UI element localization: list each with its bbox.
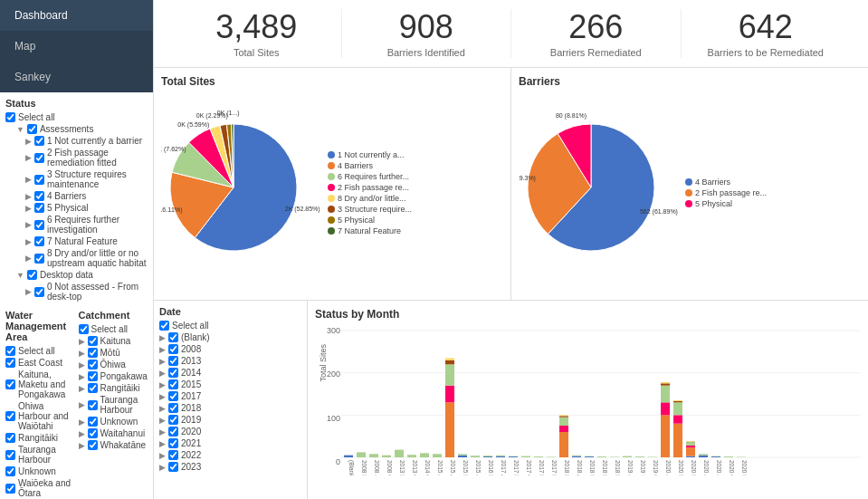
sidebar-item-sankey[interactable]: Sankey [0,62,153,92]
s2-checkbox[interactable] [34,153,44,163]
s8-expand[interactable]: ▶ [25,254,32,263]
status-5[interactable]: ▶ 5 Physical [5,202,148,214]
s6-expand[interactable]: ▶ [25,220,32,229]
legend-4: 4 Barriers [328,161,412,170]
water-waioeka[interactable]: Waiōeka and Ōtara [5,477,75,499]
water-catchment-grid: Water Management Area Select all East Co… [5,310,148,499]
svg-text:266 (29.3%): 266 (29.3%) [519,175,536,182]
legend-5: 5 Physical [328,216,412,225]
status-2[interactable]: ▶ 2 Fish passage remediation fitted [5,147,148,168]
stat-total-sites-label: Total Sites [181,47,332,58]
s3-expand[interactable]: ▶ [25,175,32,184]
water-ohiwa[interactable]: Ohiwa Harbour and Waiōtahi [5,400,75,432]
assessments-expand-arrow[interactable]: ▼ [16,125,24,134]
status-select-all[interactable]: Select all [5,111,148,123]
water-unknown[interactable]: Unknown [5,465,75,477]
water-east-coast[interactable]: East Coast [5,357,75,369]
water-select-all[interactable]: Select all [5,345,75,357]
status-3[interactable]: ▶ 3 Structure requires maintenance [5,168,148,190]
s0-label: 0 Not assessed - From desk-top [47,282,148,302]
svg-text:80 (8.81%): 80 (8.81%) [556,111,587,119]
total-sites-pie-svg: 2K (52.85%)1K (16.11%)0K (7.62%)0K (5.59… [161,110,324,275]
s8-checkbox[interactable] [34,254,44,264]
desktop-expand[interactable]: ▼ [16,271,24,280]
svg-text:562 (61.89%): 562 (61.89%) [640,208,678,216]
catch-waitahanui[interactable]: ▶Waitahanui [79,427,148,439]
catchment-title: Catchment [79,310,148,321]
s1-checkbox[interactable] [34,136,44,146]
status-7[interactable]: ▶ 7 Natural Feature [5,235,148,247]
bottom-row: Date Select all ▶(Blank) ▶2008 ▶2013 ▶20… [154,300,868,499]
status-1[interactable]: ▶ 1 Not currently a barrier [5,135,148,147]
catch-rangitaiki[interactable]: ▶Rangitāiki [79,382,148,394]
s7-checkbox[interactable] [34,236,44,246]
s1-expand[interactable]: ▶ [25,137,32,146]
barriers-legend: 4 Barriers 2 Fish passage re... 5 Physic… [685,178,767,208]
date-2020[interactable]: ▶2020 [159,426,301,437]
catch-tauranga[interactable]: ▶Tauranga Harbour [79,394,148,416]
date-2019[interactable]: ▶2019 [159,414,301,426]
s7-expand[interactable]: ▶ [25,237,32,246]
s3-checkbox[interactable] [34,175,44,185]
s2-label: 2 Fish passage remediation fitted [47,148,148,168]
stat-barriers-remediated-label: Barriers Remediated [520,47,672,58]
barriers-pie-svg: 562 (61.89%)266 (29.3%)80 (8.81%) [519,110,682,275]
catch-kaituna[interactable]: ▶Kaituna [79,335,148,347]
s4-expand[interactable]: ▶ [25,192,32,201]
water-rangitaiki[interactable]: Rangitāiki [5,432,75,444]
date-2013[interactable]: ▶2013 [159,355,301,367]
svg-text:1K (16.11%): 1K (16.11%) [161,206,182,213]
status-desktop[interactable]: ▼ Desktop data [5,269,148,281]
catch-select-all[interactable]: Select all [79,323,148,335]
catch-pongakawa[interactable]: ▶Pongakawa [79,370,148,382]
date-select-all[interactable]: Select all [159,320,301,331]
status-6[interactable]: ▶ 6 Requires further investigation [5,214,148,235]
total-sites-pie-area: 2K (52.85%)1K (16.11%)0K (7.62%)0K (5.59… [161,93,503,293]
status-assessments[interactable]: ▼ Assessments [5,123,148,135]
sidebar-nav: Dashboard Map Sankey [0,0,153,92]
water-kaituna[interactable]: Kaituna, Maketu and Pongakawa [5,369,75,400]
s4-checkbox[interactable] [34,191,44,201]
s0-checkbox[interactable] [34,287,44,297]
catch-motu[interactable]: ▶Mōtū [79,347,148,359]
date-2008[interactable]: ▶2008 [159,343,301,355]
status-0[interactable]: ▶ 0 Not assessed - From desk-top [5,281,148,302]
status-4[interactable]: ▶ 4 Barriers [5,190,148,202]
catch-whakatane[interactable]: ▶Whakatāne [79,439,148,451]
assessments-checkbox[interactable] [27,124,37,134]
bar-chart-canvas[interactable] [340,326,861,492]
date-2015[interactable]: ▶2015 [159,379,301,390]
s4-label: 4 Barriers [47,191,86,201]
stat-total-sites: 3,489 Total Sites [172,9,342,58]
stat-barriers-identified-label: Barriers Identified [351,47,502,58]
date-2023[interactable]: ▶2023 [159,461,301,473]
date-blank[interactable]: ▶(Blank) [159,331,301,343]
date-2017[interactable]: ▶2017 [159,390,301,402]
charts-row: Total Sites 2K (52.85%)1K (16.11%)0K (7.… [154,68,868,300]
water-tauranga[interactable]: Tauranga Harbour [5,444,75,465]
s6-checkbox[interactable] [34,220,44,230]
date-2021[interactable]: ▶2021 [159,437,301,449]
status-select-all-checkbox[interactable] [5,112,15,122]
status-8[interactable]: ▶ 8 Dry and/or little or no upstream aqu… [5,247,148,269]
desktop-checkbox[interactable] [27,270,37,280]
date-2018[interactable]: ▶2018 [159,402,301,414]
stat-barriers-remediated: 266 Barriers Remediated [511,9,682,58]
date-2014[interactable]: ▶2014 [159,367,301,379]
stat-barriers-to-remediate-label: Barriers to be Remediated [691,47,842,58]
main-content: 3,489 Total Sites 908 Barriers Identifie… [154,0,868,499]
s5-expand[interactable]: ▶ [25,204,32,213]
date-filter-title: Date [159,306,301,317]
stat-total-sites-number: 3,489 [181,9,332,45]
stats-bar: 3,489 Total Sites 908 Barriers Identifie… [154,0,868,68]
s2-expand[interactable]: ▶ [25,153,32,162]
status-by-month-title: Status by Month [315,308,861,321]
s5-checkbox[interactable] [34,203,44,213]
catch-ohiwa[interactable]: ▶Ōhiwa [79,359,148,370]
sidebar-item-dashboard[interactable]: Dashboard [0,0,153,31]
catch-unknown[interactable]: ▶Unknown [79,416,148,427]
date-2022[interactable]: ▶2022 [159,449,301,461]
sidebar-item-map[interactable]: Map [0,31,153,62]
b-legend-4: 4 Barriers [685,178,767,187]
s0-expand[interactable]: ▶ [25,287,32,296]
